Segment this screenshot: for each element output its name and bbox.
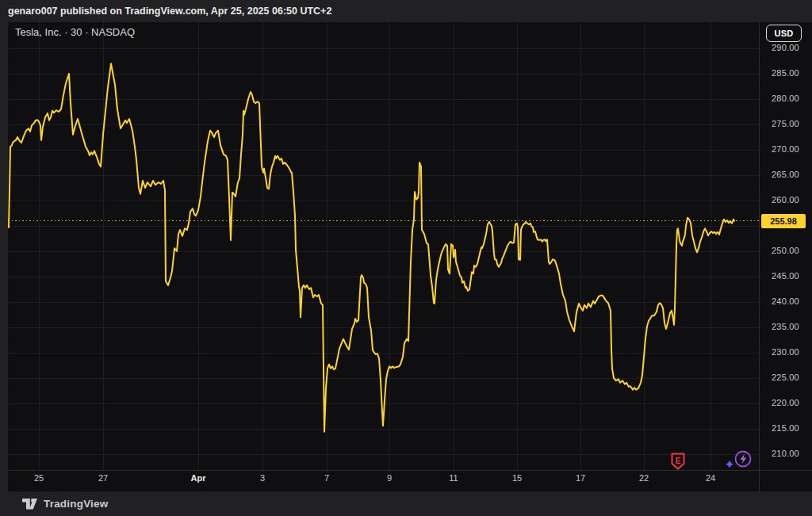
- price-axis-label: 280.00: [772, 94, 799, 103]
- tradingview-logo-icon[interactable]: [22, 499, 37, 510]
- price-axis-label: 235.00: [772, 322, 799, 331]
- price-axis-label: 240.00: [772, 296, 799, 306]
- attribution-text: genaro007 published on TradingView.com, …: [8, 6, 331, 17]
- price-axis-label: 270.00: [772, 144, 799, 154]
- time-axis-label: 25: [21, 473, 56, 483]
- price-axis-label: 260.00: [772, 195, 799, 204]
- time-axis-label: 27: [86, 473, 121, 483]
- boost-lightning-icon[interactable]: [726, 449, 754, 472]
- attribution-bar: genaro007 published on TradingView.com, …: [0, 0, 812, 22]
- footer-bar: TradingView: [0, 491, 812, 516]
- time-axis-label: 15: [500, 473, 534, 483]
- time-axis-label: 7: [309, 473, 344, 483]
- earnings-badge-icon[interactable]: E: [670, 453, 686, 470]
- current-price-tag: 255.98: [761, 214, 806, 228]
- price-axis-label: 265.00: [772, 170, 799, 179]
- time-axis-label: 17: [563, 473, 598, 483]
- price-line-chart[interactable]: [8, 22, 759, 470]
- svg-text:E: E: [675, 456, 680, 465]
- price-axis-label: 215.00: [772, 423, 799, 433]
- symbol-title: Tesla, Inc. · 30 · NASDAQ: [15, 26, 135, 38]
- time-axis[interactable]: 2527Apr3791115172224: [8, 470, 759, 491]
- price-axis-label: 250.00: [772, 246, 799, 255]
- currency-button[interactable]: USD: [766, 25, 802, 42]
- chart-panel: Tesla, Inc. · 30 · NASDAQ USD 290.00285.…: [8, 22, 812, 491]
- price-axis-label: 285.00: [772, 68, 799, 78]
- price-axis-label: 225.00: [772, 373, 799, 382]
- time-axis-label: 3: [245, 473, 280, 483]
- price-axis-label: 230.00: [772, 347, 799, 357]
- price-axis-label: 275.00: [772, 119, 799, 128]
- time-axis-label: 9: [372, 473, 407, 483]
- price-axis-label: 220.00: [772, 398, 799, 407]
- time-axis-label: 24: [693, 473, 728, 483]
- tradingview-wordmark[interactable]: TradingView: [44, 498, 108, 510]
- price-axis-label: 245.00: [772, 271, 799, 281]
- time-axis-label: 11: [436, 473, 471, 483]
- time-axis-label: 22: [626, 473, 661, 483]
- price-axis-label: 290.00: [772, 43, 799, 52]
- time-axis-label: Apr: [181, 473, 216, 483]
- price-axis-label: 210.00: [772, 449, 799, 458]
- price-axis[interactable]: 290.00285.00280.00275.00270.00265.00260.…: [759, 22, 812, 491]
